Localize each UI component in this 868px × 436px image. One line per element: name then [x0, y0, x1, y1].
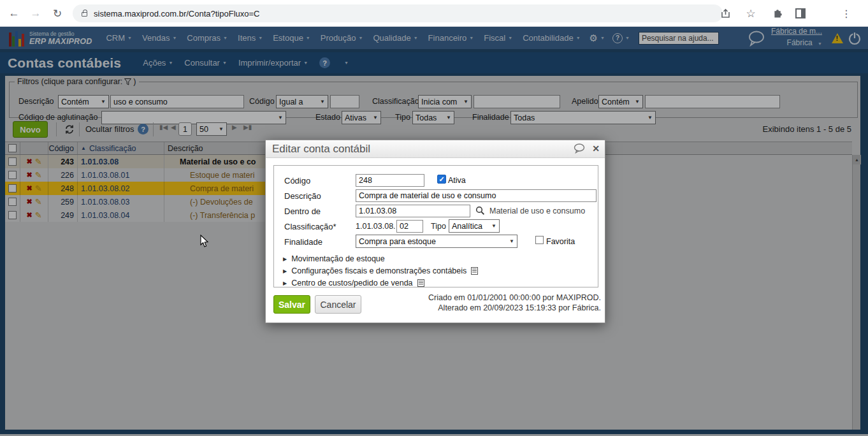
dentro-de-input[interactable]: 1.01.03.08 — [356, 205, 470, 217]
classificacao-suffix-input[interactable]: 02 — [396, 220, 423, 233]
mouse-cursor — [200, 235, 209, 248]
cancelar-button[interactable]: Cancelar — [315, 295, 361, 314]
browser-menu-kebab-icon[interactable]: ⋮ — [839, 6, 854, 21]
favorita-checkbox[interactable] — [535, 236, 544, 244]
created-text: Criado em 01/01/2001 00:00:00 por MAXIPR… — [428, 293, 601, 303]
lock-icon — [82, 12, 87, 17]
ativa-checkbox[interactable]: ✓ — [437, 175, 446, 184]
chevron-right-icon: ▶ — [283, 256, 287, 262]
screen: ← → ↻ sistema.maxiprod.com.br/Conta?tipo… — [0, 0, 868, 436]
favorita-label: Favorita — [546, 237, 575, 246]
label-tipo: Tipo — [431, 222, 446, 231]
section-label: Movimentação de estoque — [291, 254, 385, 263]
label-finalidade: Finalidade — [284, 237, 322, 247]
salvar-button[interactable]: Salvar — [273, 295, 310, 314]
codigo-input[interactable]: 248 — [356, 174, 424, 187]
side-panel-icon[interactable] — [793, 6, 808, 21]
audit-info: Criado em 01/01/2001 00:00:00 por MAXIPR… — [428, 293, 601, 313]
descricao-input[interactable]: Compra de material de uso e consumo — [356, 189, 597, 202]
ativa-label: Ativa — [448, 176, 466, 185]
list-icon — [471, 267, 478, 275]
list-icon — [417, 279, 424, 287]
label-codigo: Código — [284, 176, 310, 185]
modal-titlebar: Editar conta contábil — [266, 140, 605, 158]
bookmark-star-icon[interactable]: ☆ — [743, 6, 758, 21]
dentro-de-ref: Material de uso e consumo — [489, 207, 585, 215]
label-descricao: Descrição — [284, 191, 321, 201]
chat-bubble-icon[interactable] — [574, 143, 586, 154]
label-dentro-de: Dentro de — [284, 207, 321, 216]
share-icon[interactable] — [718, 6, 733, 21]
modal-form-box: Código 248 ✓ Ativa Descrição Compra de m… — [273, 165, 598, 287]
url-bar[interactable]: sistema.maxiprod.com.br/Conta?tipoFluxo=… — [73, 4, 723, 22]
close-icon[interactable]: ✕ — [592, 143, 600, 154]
chevron-right-icon: ▶ — [283, 280, 287, 286]
reload-icon[interactable]: ↻ — [50, 6, 65, 21]
finalidade-select[interactable]: Compra para estoque▼ — [356, 235, 517, 248]
section-toggle[interactable]: ▶Movimentação de estoque — [283, 254, 385, 263]
section-label: Centro de custos/pedido de venda — [291, 279, 412, 287]
back-icon[interactable]: ← — [6, 6, 22, 21]
tipo-select[interactable]: Analítica▼ — [449, 219, 500, 233]
altered-text: Alterado em 20/09/2023 15:19:33 por Fábr… — [428, 303, 601, 314]
chevron-right-icon: ▶ — [283, 268, 287, 274]
browser-chrome: ← → ↻ sistema.maxiprod.com.br/Conta?tipo… — [0, 0, 868, 27]
url-text[interactable]: sistema.maxiprod.com.br/Conta?tipoFluxo=… — [94, 9, 259, 18]
modal-title: Editar conta contábil — [272, 143, 370, 156]
forward-icon[interactable]: → — [28, 6, 43, 21]
section-toggle[interactable]: ▶Configurações fiscais e demonstrações c… — [283, 266, 478, 275]
erp-page: Sistema de gestão ERP MAXIPROD CRM▼Venda… — [0, 27, 868, 436]
classificacao-prefix: 1.01.03.08. — [356, 222, 396, 231]
extensions-puzzle-icon[interactable] — [770, 6, 785, 21]
label-classificacao: Classificação* — [284, 222, 336, 231]
edit-account-modal: Editar conta contábil ✕ Código 248 ✓ Ati… — [265, 140, 605, 323]
section-toggle[interactable]: ▶Centro de custos/pedido de venda — [283, 279, 424, 287]
section-label: Configurações fiscais e demonstrações co… — [291, 266, 467, 275]
search-icon[interactable] — [475, 206, 485, 215]
